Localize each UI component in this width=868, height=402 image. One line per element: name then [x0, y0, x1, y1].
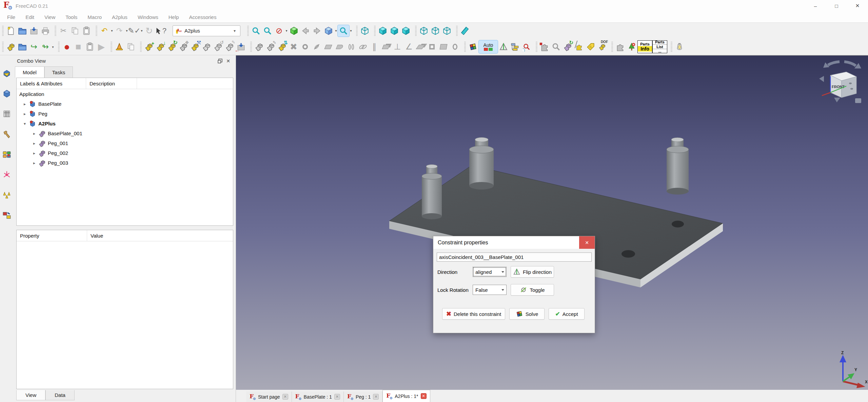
- close-tab-icon[interactable]: ✕: [282, 394, 288, 400]
- nav-forward-icon[interactable]: [311, 25, 323, 37]
- spheres-coincident-icon[interactable]: [357, 41, 369, 53]
- paste-icon[interactable]: [81, 25, 92, 37]
- save-icon[interactable]: [28, 25, 40, 37]
- copy-parts-icon[interactable]: [125, 41, 137, 53]
- tab-data[interactable]: Data: [45, 390, 75, 400]
- menu-edit[interactable]: Edit: [20, 12, 39, 22]
- redo-icon[interactable]: ↷: [114, 25, 125, 37]
- gray-puzzle-icon[interactable]: [614, 41, 626, 53]
- doc-tab-baseplate[interactable]: F⚙ BasePlate : 1 ✕: [292, 391, 344, 402]
- tab-tasks[interactable]: Tasks: [44, 66, 73, 78]
- tree-root-application[interactable]: Application: [17, 89, 233, 99]
- duplicate-part-icon[interactable]: [201, 41, 212, 53]
- expand-chevron-icon[interactable]: ▸: [32, 151, 37, 156]
- copy-icon[interactable]: [69, 25, 81, 37]
- view-left-icon[interactable]: [441, 25, 453, 37]
- execute-macro-icon[interactable]: ▶: [96, 41, 107, 53]
- toolbar-grip[interactable]: [464, 42, 466, 52]
- refresh-validate-icon[interactable]: ✎✓: [129, 25, 140, 37]
- view-bottom-icon[interactable]: [430, 25, 441, 37]
- rotate-right-arrow-icon[interactable]: [844, 62, 856, 66]
- stop-macro-icon[interactable]: ■: [73, 41, 84, 53]
- spark-icon[interactable]: [2, 170, 12, 180]
- tree-item-baseplate-001[interactable]: ▸ BasePlate_001: [17, 128, 233, 138]
- toolbar-grip[interactable]: [111, 42, 112, 52]
- doc-tab-peg[interactable]: F⚙ Peg : 1 ✕: [344, 391, 382, 402]
- red-puzzle-icon[interactable]: ■: [539, 41, 550, 53]
- labels-icon[interactable]: [585, 41, 596, 53]
- machines-icon[interactable]: [2, 149, 12, 160]
- flip-direction-button[interactable]: Flip direction: [511, 266, 554, 278]
- rotate-left-arrow-icon[interactable]: [828, 62, 840, 65]
- expand-chevron-icon[interactable]: ▸: [22, 102, 27, 106]
- restore-transparency-icon[interactable]: ↺: [212, 41, 224, 53]
- view-constraints-icon[interactable]: 🧻: [521, 41, 532, 53]
- repair-tree-icon[interactable]: [626, 41, 637, 53]
- minimize-button[interactable]: –: [805, 0, 826, 12]
- clip-plane-icon[interactable]: ⊘: [273, 25, 285, 37]
- tab-model[interactable]: Model: [15, 66, 44, 78]
- expand-chevron-icon[interactable]: ▸: [32, 141, 37, 146]
- fit-selection-icon[interactable]: [262, 25, 273, 37]
- import-part-icon[interactable]: ↓: [155, 41, 166, 53]
- close-tab-icon[interactable]: ✕: [334, 394, 340, 400]
- close-button[interactable]: ✕: [847, 0, 868, 12]
- planes-angled-icon[interactable]: [415, 41, 426, 53]
- axis-coincident-icon[interactable]: ⇅: [276, 41, 288, 53]
- validate-dropdown-icon[interactable]: ▾: [140, 29, 143, 33]
- perpendicular-icon[interactable]: ⊥: [392, 41, 403, 53]
- tree-column-description[interactable]: Description: [86, 78, 137, 89]
- float-panel-icon[interactable]: [216, 57, 224, 65]
- toolbar-grip[interactable]: [415, 26, 417, 36]
- toolbar-grip[interactable]: [374, 26, 376, 36]
- plane-on-plane-icon[interactable]: [322, 41, 334, 53]
- new-group-icon[interactable]: [17, 41, 28, 53]
- expand-chevron-icon[interactable]: ▸: [22, 112, 27, 116]
- close-panel-icon[interactable]: ✕: [224, 57, 232, 65]
- menu-help[interactable]: Help: [163, 12, 184, 22]
- sub-element-icon[interactable]: [438, 41, 449, 53]
- pan-left-arrow-icon[interactable]: [819, 76, 824, 82]
- toolbar-grip[interactable]: [250, 42, 252, 52]
- move-part-icon[interactable]: ✥: [178, 41, 189, 53]
- tree-item-peg-003[interactable]: ▸ Peg_003: [17, 158, 233, 168]
- expand-chevron-icon[interactable]: ▸: [32, 161, 37, 165]
- doc-tab-start-page[interactable]: F⚙ Start page ✕: [246, 391, 292, 402]
- peg-left[interactable]: [422, 165, 442, 220]
- linked-view-dropdown-icon[interactable]: ▾: [334, 29, 338, 33]
- save-and-exit-icon[interactable]: ←: [235, 41, 247, 53]
- toolbar-grip[interactable]: [356, 26, 358, 36]
- open-external-alt-icon[interactable]: ↬: [40, 41, 51, 53]
- nav-back-icon[interactable]: [300, 25, 311, 37]
- workbench-selector[interactable]: ▮A₂ A2plus ▾: [173, 25, 240, 36]
- cones-icon[interactable]: [2, 190, 12, 200]
- toolbar-grip[interactable]: [2, 42, 4, 52]
- menu-tools[interactable]: Tools: [60, 12, 82, 22]
- parts-info-button[interactable]: PartsInfo: [637, 41, 652, 53]
- delete-selected-icon[interactable]: ✖: [288, 41, 299, 53]
- menu-view[interactable]: View: [39, 12, 60, 22]
- accept-button[interactable]: ✔ Accept: [549, 308, 585, 320]
- tree-item-peg-001[interactable]: ▸ Peg_001: [17, 138, 233, 148]
- view-front-icon[interactable]: [377, 25, 389, 37]
- edges-parallel-icon[interactable]: ∥: [369, 41, 380, 53]
- view-top-icon[interactable]: [389, 25, 400, 37]
- auto-solve-toggle[interactable]: Auto: [479, 40, 498, 53]
- solve-constraints-icon[interactable]: [467, 41, 479, 53]
- menu-accessories[interactable]: Accessories: [184, 12, 222, 22]
- close-tab-icon[interactable]: ✕: [421, 393, 427, 399]
- place-part-icon[interactable]: ⤲: [189, 41, 201, 53]
- new-document-icon[interactable]: [5, 25, 17, 37]
- menu-macro[interactable]: Macro: [82, 12, 107, 22]
- tree-item-a2plus[interactable]: ▾ A2Plus: [17, 119, 233, 128]
- toolbar-grip[interactable]: [536, 42, 537, 52]
- toolbar-grip[interactable]: [140, 42, 142, 52]
- toolbar-grip[interactable]: [247, 26, 249, 36]
- tree-item-baseplate[interactable]: ▸ BasePlate: [17, 99, 233, 109]
- linked-view-icon[interactable]: [323, 25, 334, 37]
- view-axonometric-icon[interactable]: [359, 25, 371, 37]
- toolbar-grip[interactable]: [456, 26, 458, 36]
- refresh-import-icon[interactable]: ↻: [166, 41, 178, 53]
- cut-icon[interactable]: ✂: [58, 25, 69, 37]
- view-rear-icon[interactable]: [418, 25, 430, 37]
